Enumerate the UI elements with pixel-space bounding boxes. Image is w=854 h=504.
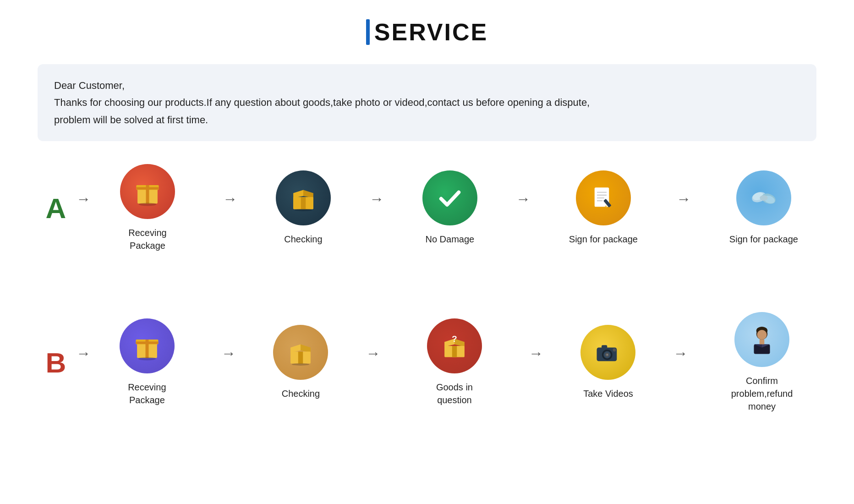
label-a1: Receving Package: [111, 226, 184, 252]
label-a2: Checking: [284, 233, 322, 246]
svg-point-44: [613, 348, 616, 351]
flow-items-b: Receving Package → Checking →: [93, 312, 816, 413]
label-b1: Receving Package: [110, 381, 184, 406]
flow-items-a: Receving Package →: [93, 164, 816, 252]
arrow-b4: →: [673, 345, 688, 380]
arrow-b3: →: [529, 345, 543, 380]
arrow-b2: →: [366, 345, 380, 380]
label-b2: Checking: [282, 387, 320, 400]
icon-package-red: [120, 164, 175, 219]
message-box: Dear Customer, Thanks for choosing our p…: [38, 64, 816, 141]
arrow-b0: →: [76, 345, 91, 380]
icon-handshake-teal: [736, 170, 791, 225]
svg-marker-29: [301, 345, 311, 353]
label-a4: Sign for package: [569, 233, 638, 246]
svg-point-47: [757, 330, 767, 340]
label-a3: No Damage: [426, 233, 475, 246]
arrow-b1: →: [221, 345, 236, 380]
flow-letter-a: A: [38, 192, 74, 225]
svg-rect-49: [760, 340, 765, 345]
svg-marker-28: [291, 345, 301, 353]
svg-rect-31: [298, 351, 303, 363]
icon-package-purple: [120, 318, 175, 373]
flow-section-a: A →: [38, 164, 816, 261]
arrow-a2: →: [369, 191, 384, 226]
label-a5: Sign for package: [729, 233, 798, 246]
svg-point-4: [139, 203, 157, 206]
flow-item-b1: Receving Package: [110, 318, 184, 406]
icon-person-lightblue: [734, 312, 789, 367]
flow-item-a5: Sign for package: [729, 170, 798, 246]
label-b3: Goods in question: [418, 381, 491, 406]
flow-item-a1: Receving Package: [111, 164, 184, 252]
icon-checkmark-green: [422, 170, 477, 225]
svg-point-10: [295, 209, 312, 211]
icon-sign-orange: [576, 170, 631, 225]
icon-camera-yellow: [580, 325, 635, 380]
svg-rect-9: [301, 197, 306, 209]
flow-section-b: B → Receving Package →: [38, 312, 816, 422]
svg-point-32: [292, 363, 310, 366]
icon-open-box-brown: [273, 325, 328, 380]
svg-marker-6: [303, 190, 313, 198]
label-b5: Confirm problem,refund money: [725, 374, 799, 413]
arrow-a1: →: [223, 191, 237, 226]
arrow-a4: →: [676, 191, 691, 226]
svg-rect-36: [452, 346, 457, 357]
label-b4: Take Videos: [583, 387, 633, 400]
svg-rect-26: [136, 342, 158, 344]
svg-rect-3: [136, 187, 159, 190]
svg-point-42: [607, 354, 608, 356]
svg-rect-43: [602, 345, 607, 348]
message-line2: Thanks for choosing our products.If any …: [54, 94, 800, 111]
icon-open-box-dark: [276, 170, 331, 225]
flow-item-a3: No Damage: [422, 170, 477, 246]
arrow-a3: →: [516, 191, 531, 226]
svg-point-27: [138, 357, 156, 361]
header-accent-bar: [366, 19, 370, 45]
flow-row-a: A →: [38, 164, 816, 252]
svg-point-22: [760, 195, 768, 201]
flow-item-b2: Checking: [273, 325, 328, 400]
message-line1: Dear Customer,: [54, 77, 800, 94]
svg-text:?: ?: [452, 334, 457, 344]
flow-row-b: B → Receving Package →: [38, 312, 816, 413]
svg-marker-5: [293, 190, 303, 198]
flow-item-b4: Take Videos: [580, 325, 635, 400]
flow-letter-b: B: [38, 346, 74, 379]
message-line3: problem will be solved at first time.: [54, 111, 800, 128]
page-title: SERVICE: [374, 18, 488, 46]
icon-question-darkred: ?: [427, 318, 482, 373]
flow-item-b5: Confirm problem,refund money: [725, 312, 799, 413]
flow-item-b3: ? Goods in question: [418, 318, 491, 406]
flow-item-a2: Checking: [276, 170, 331, 246]
flow-item-a4: Sign for package: [569, 170, 638, 246]
page-header: SERVICE: [366, 18, 488, 46]
arrow-a0: →: [76, 191, 91, 226]
